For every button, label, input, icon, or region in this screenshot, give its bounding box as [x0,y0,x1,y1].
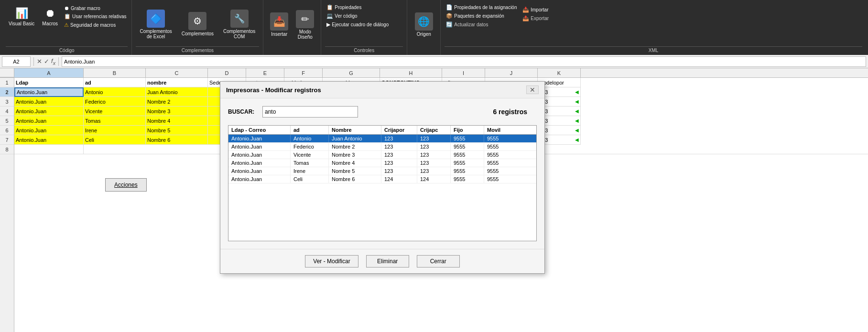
macros-btn[interactable]: ⏺ Macros [39,4,61,28]
complementos-com-btn[interactable]: 🔧 ComplementosCOM [219,8,259,41]
formula-input[interactable]: Antonio.Juan [62,56,866,67]
dialog-body: BUSCAR: anto 6 registros Ldap - Correo a… [220,98,544,249]
cell-b3[interactable]: Federico [84,97,146,107]
cell-b2[interactable]: Antonio [84,87,146,97]
record-count: 6 registros [493,108,527,116]
search-input[interactable]: anto [262,106,358,118]
ribbon-group-codigo: 📊 Visual Basic ⏺ Macros ⏺Grabar macro 📋U… [2,0,132,55]
col-header-j[interactable]: J [485,68,538,77]
usar-referencias-btn[interactable]: 📋Usar referencias relativas [63,13,128,20]
complementos-btn[interactable]: ⚙ Complementos [178,10,217,38]
cell-c4[interactable]: Nombre 3 [146,107,208,116]
col-header-k[interactable]: K [538,68,581,77]
list-item[interactable]: Antonio.Juan Tomas Nombre 4 123 123 9555… [228,159,536,167]
dialog: Impresoras - Modificar registros ✕ BUSCA… [220,81,545,274]
actualizar-datos-btn[interactable]: 🔄Actualizar datos [445,21,862,28]
acciones-button[interactable]: Acciones [105,178,147,192]
complementos-excel-btn[interactable]: 🔷 Complementosde Excel [136,8,175,41]
ribbon-group-label-codigo: Código [6,46,128,53]
row-headers: 1 2 3 4 5 6 7 8 [0,78,14,332]
col-header-e[interactable]: E [246,68,284,77]
insert-function-icon[interactable]: fx [51,57,55,66]
grabar-macro-btn[interactable]: ⏺Grabar macro [63,5,128,11]
cerrar-button[interactable]: Cerrar [417,255,460,268]
cell-c1[interactable]: nombre [146,78,208,87]
list-item[interactable]: Antonio.Juan Federico Nombre 2 123 123 9… [228,143,536,151]
eliminar-button[interactable]: Eliminar [366,255,409,268]
cell-a3[interactable]: Antonio.Juan [14,97,84,107]
cell-a2-selected[interactable]: Antonio.Juan [14,87,84,97]
col-header-b[interactable]: B [84,68,146,77]
ribbon-group-label-controles: Controles [325,46,403,53]
list-item[interactable]: Antonio.Juan Celi Nombre 6 124 124 9555 … [228,175,536,183]
dialog-close-button[interactable]: ✕ [526,86,539,94]
confirm-formula-icon[interactable]: ✓ [44,58,49,65]
results-rows: Antonio.Juan Antonio Juan Antonio 123 12… [228,135,536,241]
insertar-btn[interactable]: 📥 Insertar [267,11,291,39]
list-item[interactable]: Antonio.Juan Irene Nombre 5 123 123 9555… [228,167,536,175]
cell-b6[interactable]: Irene [84,126,146,135]
ejecutar-cuadro-btn[interactable]: ▶Ejecutar cuadro de diálogo [325,21,403,28]
col-header-g[interactable]: G [323,68,380,77]
dialog-footer: Ver - Modificar Eliminar Cerrar [220,249,544,273]
ver-modificar-button[interactable]: Ver - Modificar [305,255,358,268]
col-header-a[interactable]: A [14,68,84,77]
search-label: BUSCAR: [228,108,257,115]
importar-btn[interactable]: 📥Importar [521,6,862,13]
cell-c7[interactable]: Nombre 6 [146,135,208,145]
results-table: Ldap - Correo ad Nombre Crijapor Crijapc… [228,125,537,241]
ver-codigo-btn[interactable]: 💻Ver código [325,12,403,20]
ribbon-group-label-xml: XML [445,46,862,53]
col-headers: A B C D E F G H I J K [0,68,868,78]
ribbon-group-controles: 📋Propiedades 💻Ver código ▶Ejecutar cuadr… [321,0,407,55]
cell-c3[interactable]: Nombre 2 [146,97,208,107]
col-header-i[interactable]: I [442,68,485,77]
col-header-d[interactable]: D [208,68,246,77]
cell-b4[interactable]: Vicente [84,107,146,116]
col-header-f[interactable]: F [284,68,323,77]
ribbon-group-complementos: 🔷 Complementosde Excel ⚙ Complementos 🔧 … [132,0,263,55]
cell-b1[interactable]: ad [84,78,146,87]
formula-bar: ✕ ✓ fx Antonio.Juan [0,55,868,68]
ribbon-group-origen: 🌐 Origen [407,0,441,55]
list-item[interactable]: Antonio.Juan Antonio Juan Antonio 123 12… [228,135,536,143]
origen-btn[interactable]: 🌐 Origen [412,11,436,39]
cell-c5[interactable]: Nombre 4 [146,116,208,126]
cell-b5[interactable]: Tomas [84,116,146,126]
cell-c2[interactable]: Juan Antonio [146,87,208,97]
dialog-title: Impresoras - Modificar registros [226,86,321,94]
name-box[interactable] [2,56,31,67]
cell-a4[interactable]: Antonio.Juan [14,107,84,116]
cell-a6[interactable]: Antonio.Juan [14,126,84,135]
exportar-btn[interactable]: 📤Exportar [521,15,862,22]
ribbon-group-insertar: 📥 Insertar ✏ ModoDiseño [263,0,321,55]
cell-a7[interactable]: Antonio.Juan [14,135,84,145]
cell-c6[interactable]: Nombre 5 [146,126,208,135]
col-header-h[interactable]: H [380,68,442,77]
ribbon: 📊 Visual Basic ⏺ Macros ⏺Grabar macro 📋U… [0,0,868,55]
propiedades-btn[interactable]: 📋Propiedades [325,4,403,11]
cancel-formula-icon[interactable]: ✕ [37,58,42,65]
col-header-c[interactable]: C [146,68,208,77]
results-table-header: Ldap - Correo ad Nombre Crijapor Crijapc… [228,126,536,135]
seguridad-macros-btn[interactable]: ⚠Seguridad de macros [63,21,128,29]
dialog-titlebar: Impresoras - Modificar registros ✕ [220,82,544,98]
cell-a5[interactable]: Antonio.Juan [14,116,84,126]
cell-a1[interactable]: Ldap [14,78,84,87]
ribbon-group-label-complementos: Complementos [136,46,259,53]
cell-b7[interactable]: Celi [84,135,146,145]
ribbon-group-xml: 📄Propiedades de la asignación 📦Paquetes … [441,0,866,55]
modo-diseno-btn[interactable]: ✏ ModoDiseño [293,8,317,42]
list-item[interactable]: Antonio.Juan Vicente Nombre 3 123 123 95… [228,151,536,159]
visual-basic-btn[interactable]: 📊 Visual Basic [6,4,37,28]
